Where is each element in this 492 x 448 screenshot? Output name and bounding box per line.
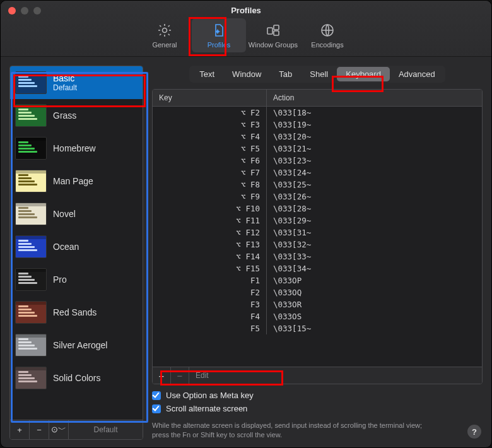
keymap-action: \033OS xyxy=(267,310,482,322)
profile-name: Basic xyxy=(53,73,77,83)
tab-text[interactable]: Text xyxy=(190,67,223,81)
toolbar-encodings-label: Encodings xyxy=(311,41,343,49)
column-action[interactable]: Action xyxy=(267,90,482,106)
toolbar-profiles[interactable]: Profiles xyxy=(192,18,246,52)
settings-tabstrip-wrap: TextWindowTabShellKeyboardAdvanced xyxy=(152,66,483,83)
keymap-action: \033[34~ xyxy=(267,262,482,274)
profile-settings-panel: TextWindowTabShellKeyboardAdvanced Key A… xyxy=(152,66,483,440)
profiles-sidebar: BasicDefaultGrassHomebrewMan PageNovelOc… xyxy=(9,66,143,440)
preferences-toolbar: General Profiles Window Groups Encodings xyxy=(1,18,491,52)
tab-shell[interactable]: Shell xyxy=(301,67,337,81)
gear-icon xyxy=(156,22,173,38)
toolbar-general[interactable]: General xyxy=(138,18,192,52)
keymap-table: Key Action ⌥ F2\033[18~⌥ F3\033[19~⌥ F4\… xyxy=(152,89,483,384)
keymap-row[interactable]: ⌥ F8\033[25~ xyxy=(153,179,482,191)
globe-icon xyxy=(319,22,336,38)
profile-thumbnail xyxy=(15,268,47,291)
profile-item-pro[interactable]: Pro xyxy=(10,263,143,296)
settings-tabstrip: TextWindowTabShellKeyboardAdvanced xyxy=(189,66,445,83)
keymap-row[interactable]: ⌥ F11\033[29~ xyxy=(153,215,482,227)
add-keymap-button[interactable]: + xyxy=(153,367,171,384)
add-profile-button[interactable]: + xyxy=(10,420,30,439)
svg-rect-2 xyxy=(267,28,272,34)
keymap-key: ⌥ F8 xyxy=(153,179,267,191)
svg-point-0 xyxy=(163,28,167,33)
keymap-action: \033[18~ xyxy=(267,107,482,119)
profile-list[interactable]: BasicDefaultGrassHomebrewMan PageNovelOc… xyxy=(10,66,143,420)
keymap-row[interactable]: F2\033OQ xyxy=(153,286,482,298)
toolbar-profiles-label: Profiles xyxy=(208,41,231,49)
keymap-row[interactable]: ⌥ F14\033[33~ xyxy=(153,251,482,262)
keymap-row[interactable]: ⌥ F2\033[18~ xyxy=(153,107,482,119)
profile-item-red-sands[interactable]: Red Sands xyxy=(10,296,143,329)
profile-item-grass[interactable]: Grass xyxy=(10,99,143,132)
tab-tab[interactable]: Tab xyxy=(270,67,301,81)
remove-profile-button[interactable]: − xyxy=(30,420,49,439)
keymap-action: \033OR xyxy=(267,298,482,310)
keymap-key: ⌥ F3 xyxy=(153,119,267,131)
help-button[interactable]: ? xyxy=(467,425,481,439)
profile-item-man-page[interactable]: Man Page xyxy=(10,165,143,197)
profile-thumbnail xyxy=(15,104,47,127)
profile-icon xyxy=(211,22,227,38)
keymap-row[interactable]: ⌥ F10\033[28~ xyxy=(153,203,482,215)
keymap-action: \033[29~ xyxy=(267,215,482,227)
keymap-row[interactable]: F5\033[15~ xyxy=(153,322,482,334)
keymap-row[interactable]: ⌥ F4\033[20~ xyxy=(153,131,482,143)
profile-item-silver-aerogel[interactable]: Silver Aerogel xyxy=(10,329,143,362)
scroll-alternate-screen-label: Scroll alternate screen xyxy=(166,404,247,413)
keymap-key: ⌥ F9 xyxy=(153,191,267,203)
sidebar-footer: + − ⊙﹀ Default xyxy=(10,420,143,439)
keymap-action: \033[33~ xyxy=(267,251,482,262)
keymap-row[interactable]: ⌥ F3\033[19~ xyxy=(153,119,482,131)
profile-thumbnail xyxy=(15,137,47,160)
keymap-row[interactable]: F3\033OR xyxy=(153,298,482,310)
keymap-action: \033OQ xyxy=(267,286,482,298)
keymap-key: ⌥ F13 xyxy=(153,239,267,251)
profile-item-novel[interactable]: Novel xyxy=(10,197,143,230)
use-option-as-meta-checkbox[interactable]: Use Option as Meta key xyxy=(152,391,483,400)
keymap-row[interactable]: ⌥ F9\033[26~ xyxy=(153,191,482,203)
profile-name: Ocean xyxy=(53,242,79,252)
keymap-row[interactable]: ⌥ F15\033[34~ xyxy=(153,262,482,274)
keymap-key: ⌥ F7 xyxy=(153,167,267,179)
edit-keymap-button[interactable]: Edit xyxy=(189,371,215,380)
remove-keymap-button[interactable]: − xyxy=(171,367,189,384)
keymap-key: ⌥ F15 xyxy=(153,262,267,274)
keymap-footer: + − Edit xyxy=(153,367,482,384)
profile-item-ocean[interactable]: Ocean xyxy=(10,230,143,263)
set-default-button[interactable]: Default xyxy=(69,425,143,434)
column-key[interactable]: Key xyxy=(153,90,267,106)
profile-item-solid-colors[interactable]: Solid Colors xyxy=(10,362,143,394)
profile-item-homebrew[interactable]: Homebrew xyxy=(10,132,143,165)
tab-keyboard[interactable]: Keyboard xyxy=(337,67,390,81)
profile-name: Pro xyxy=(53,274,67,285)
profile-item-basic[interactable]: BasicDefault xyxy=(10,66,143,99)
keymap-row[interactable]: F1\033OP xyxy=(153,274,482,286)
checkbox-icon xyxy=(152,391,161,400)
tab-window[interactable]: Window xyxy=(223,67,270,81)
svg-rect-4 xyxy=(274,31,279,35)
profile-thumbnail xyxy=(15,235,47,258)
preferences-window: Profiles General Profiles Window Groups xyxy=(0,0,492,448)
keymap-row[interactable]: ⌥ F7\033[24~ xyxy=(153,167,482,179)
profile-name: Solid Colors xyxy=(53,373,100,383)
keymap-row[interactable]: ⌥ F12\033[31~ xyxy=(153,227,482,239)
scroll-alternate-screen-checkbox[interactable]: Scroll alternate screen xyxy=(152,404,483,413)
toolbar-encodings[interactable]: Encodings xyxy=(300,18,354,52)
keymap-rows[interactable]: ⌥ F2\033[18~⌥ F3\033[19~⌥ F4\033[20~⌥ F5… xyxy=(153,107,482,367)
window-title: Profiles xyxy=(1,6,491,15)
keymap-action: \033[15~ xyxy=(267,322,482,334)
keymap-key: ⌥ F6 xyxy=(153,155,267,167)
toolbar-window-groups-label: Window Groups xyxy=(249,41,298,49)
keymap-row[interactable]: ⌥ F6\033[23~ xyxy=(153,155,482,167)
toolbar-window-groups[interactable]: Window Groups xyxy=(246,18,300,52)
keymap-row[interactable]: ⌥ F13\033[32~ xyxy=(153,239,482,251)
profile-actions-menu[interactable]: ⊙﹀ xyxy=(49,420,69,439)
tab-advanced[interactable]: Advanced xyxy=(390,67,444,81)
keymap-key: ⌥ F10 xyxy=(153,203,267,215)
keymap-row[interactable]: F4\033OS xyxy=(153,310,482,322)
keymap-action: \033[31~ xyxy=(267,227,482,239)
keymap-row[interactable]: ⌥ F5\033[21~ xyxy=(153,143,482,155)
body: BasicDefaultGrassHomebrewMan PageNovelOc… xyxy=(1,57,491,447)
